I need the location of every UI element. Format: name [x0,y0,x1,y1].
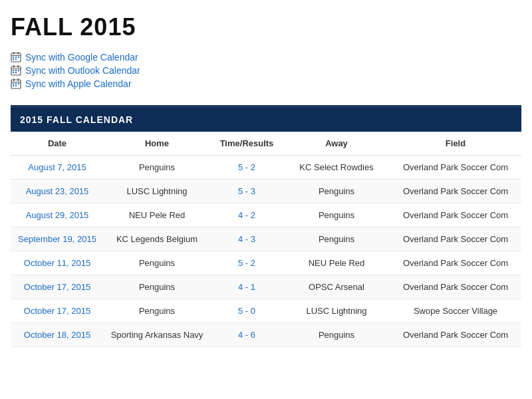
home-cell: LUSC Lightning [104,180,210,203]
calendar-table: DateHomeTime/ResultsAwayField August 7, … [11,132,521,347]
svg-rect-10 [11,68,21,69]
field-cell: Overland Park Soccer Com [390,275,521,299]
score-cell: 5 - 2 [210,156,283,180]
score-cell: 5 - 0 [210,299,283,323]
table-column-header: Date [11,132,104,156]
svg-rect-15 [18,70,19,71]
svg-rect-4 [13,57,14,58]
table-column-header: Field [390,132,521,156]
svg-rect-2 [13,52,15,55]
table-row: October 11, 2015Penguins5 - 2NEU Pele Re… [11,251,521,275]
svg-rect-20 [13,78,15,81]
table-row: October 18, 2015Sporting Arkansas Navy4 … [11,323,521,347]
score-cell: 4 - 6 [210,323,283,347]
svg-rect-16 [13,72,14,73]
away-cell: LUSC Lightning [283,299,390,323]
calendar-header: 2015 FALL CALENDAR [11,108,521,132]
sync-link-item: Sync with Outlook Calendar [11,65,521,76]
home-cell: Sporting Arkansas Navy [104,323,210,347]
home-cell: Penguins [104,251,210,275]
calendar-section: 2015 FALL CALENDAR DateHomeTime/ResultsA… [11,105,521,347]
score-cell: 4 - 2 [210,203,283,227]
calendar-icon [11,65,21,76]
away-cell: Penguins [283,323,390,347]
sync-link[interactable]: Sync with Outlook Calendar [25,65,140,76]
away-cell: KC Select Rowdies [283,156,390,180]
date-cell: October 17, 2015 [11,299,104,323]
svg-rect-14 [15,70,17,71]
score-cell: 5 - 3 [210,180,283,203]
date-cell: October 17, 2015 [11,275,104,299]
svg-rect-26 [15,85,17,86]
table-row: October 17, 2015Penguins5 - 0LUSC Lightn… [11,299,521,323]
svg-rect-5 [15,57,17,58]
field-cell: Overland Park Soccer Com [390,180,521,203]
away-cell: OPSC Arsenal [283,275,390,299]
score-cell: 4 - 1 [210,275,283,299]
away-cell: Penguins [283,227,390,251]
date-cell: October 18, 2015 [11,323,104,347]
svg-rect-12 [18,65,19,68]
table-column-header: Home [104,132,210,156]
svg-rect-22 [13,83,14,84]
field-cell: Overland Park Soccer Com [390,251,521,275]
away-cell: Penguins [283,180,390,203]
sync-link[interactable]: Sync with Apple Calendar [25,78,132,89]
table-row: August 23, 2015LUSC Lightning5 - 3Pengui… [11,180,521,203]
away-cell: NEU Pele Red [283,251,390,275]
table-header-row: DateHomeTime/ResultsAwayField [11,132,521,156]
home-cell: Penguins [104,299,210,323]
svg-rect-24 [18,83,19,84]
svg-rect-7 [13,59,14,60]
svg-rect-13 [13,70,14,71]
svg-rect-17 [15,72,17,73]
table-column-header: Time/Results [210,132,283,156]
svg-rect-21 [18,78,19,81]
svg-rect-19 [11,82,21,82]
table-column-header: Away [283,132,390,156]
page-title: FALL 2015 [11,13,521,41]
table-row: October 17, 2015Penguins4 - 1OPSC Arsena… [11,275,521,299]
calendar-icon [11,52,21,63]
score-cell: 5 - 2 [210,251,283,275]
sync-link-item: Sync with Apple Calendar [11,78,521,89]
away-cell: Penguins [283,203,390,227]
svg-rect-11 [13,65,15,68]
svg-rect-23 [15,83,17,84]
svg-rect-6 [18,57,19,58]
table-row: September 19, 2015KC Legends Belgium4 - … [11,227,521,251]
sync-link-item: Sync with Google Calendar [11,52,521,63]
table-row: August 29, 2015NEU Pele Red4 - 2Penguins… [11,203,521,227]
field-cell: Overland Park Soccer Com [390,156,521,180]
svg-rect-1 [11,55,21,56]
sync-link[interactable]: Sync with Google Calendar [25,52,138,63]
date-cell: August 29, 2015 [11,203,104,227]
field-cell: Overland Park Soccer Com [390,203,521,227]
home-cell: NEU Pele Red [104,203,210,227]
home-cell: Penguins [104,275,210,299]
svg-rect-25 [13,85,14,86]
field-cell: Overland Park Soccer Com [390,323,521,347]
score-cell: 4 - 3 [210,227,283,251]
home-cell: KC Legends Belgium [104,227,210,251]
field-cell: Swope Soccer Village [390,299,521,323]
date-cell: October 11, 2015 [11,251,104,275]
svg-rect-3 [18,52,19,55]
date-cell: September 19, 2015 [11,227,104,251]
date-cell: August 23, 2015 [11,180,104,203]
sync-links-container: Sync with Google Calendar Sync with Outl… [11,52,521,89]
home-cell: Penguins [104,156,210,180]
svg-rect-8 [15,59,17,60]
field-cell: Overland Park Soccer Com [390,227,521,251]
table-body: August 7, 2015Penguins5 - 2KC Select Row… [11,156,521,347]
date-cell: August 7, 2015 [11,156,104,180]
table-row: August 7, 2015Penguins5 - 2KC Select Row… [11,156,521,180]
calendar-icon [11,78,21,89]
